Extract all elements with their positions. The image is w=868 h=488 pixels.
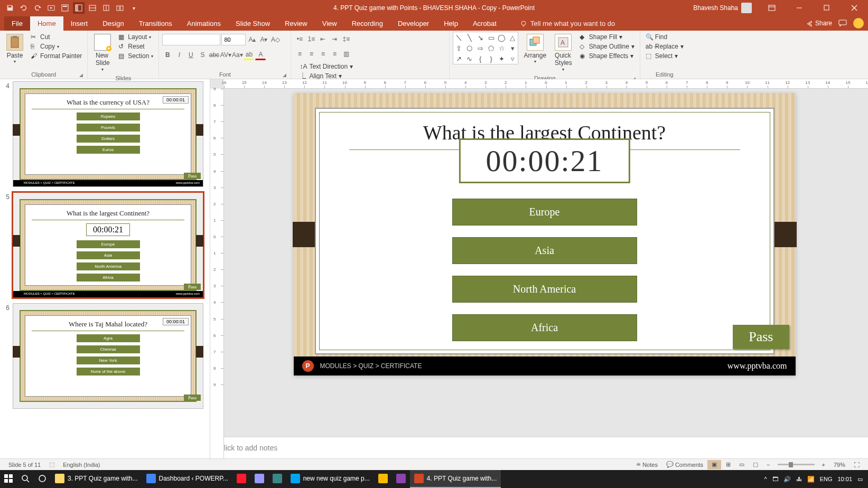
cut-button[interactable]: ✂Cut [29,33,84,41]
change-case-button[interactable]: Aa▾ [232,50,242,60]
align-right-button[interactable]: ≡ [318,49,328,59]
timer-display[interactable]: 00:00:21 [459,138,630,183]
layout-button[interactable]: ▦Layout ▾ [116,33,155,41]
pass-button[interactable]: Pass [733,325,789,349]
qat-icon-5[interactable] [59,2,71,14]
tab-help[interactable]: Help [436,16,465,31]
tab-recording[interactable]: Recording [344,16,390,31]
decrease-font-icon[interactable]: A▾ [258,34,269,45]
save-icon[interactable] [4,2,16,14]
increase-font-icon[interactable]: A▴ [247,34,257,45]
tray-volume-icon[interactable]: 🔊 [783,476,791,483]
copy-button[interactable]: ⎘Copy ▾ [29,42,84,51]
qat-icon-9[interactable] [114,2,126,14]
tray-clock[interactable]: 10:01 [837,476,852,482]
highlight-button[interactable]: ab [244,50,254,60]
fit-to-window-button[interactable]: ⛶ [850,462,864,468]
cortana-button[interactable] [34,470,51,488]
zoom-in-button[interactable]: + [818,462,829,468]
justify-button[interactable]: ≡ [329,49,340,59]
undo-icon[interactable] [18,2,30,14]
slide-thumbnail-panel[interactable]: 400:00:01What is the currency of USA?Rup… [0,79,210,458]
align-left-button[interactable]: ≡ [294,49,305,59]
taskbar-app[interactable]: 4. PPT Quiz game with... [410,470,501,488]
maximize-button[interactable] [815,0,838,16]
reset-button[interactable]: ↺Reset [116,42,155,51]
slideshow-view-button[interactable]: ▢ [749,460,762,470]
tab-transitions[interactable]: Transitions [132,16,180,31]
font-color-button[interactable]: A [255,50,266,60]
search-button[interactable] [17,470,34,488]
font-dialog-launcher[interactable]: ◢ [283,72,286,78]
minimize-button[interactable] [788,0,811,16]
user-account[interactable]: Bhavesh Shaha [693,3,756,13]
redo-icon[interactable] [32,2,43,14]
columns-button[interactable]: ▥ [341,49,351,59]
option-2[interactable]: Asia [452,237,637,264]
start-from-beginning-icon[interactable] [45,2,57,14]
increase-indent-button[interactable]: ⇥ [329,34,340,44]
tray-notifications-icon[interactable]: ▭ [857,476,863,483]
quick-styles-button[interactable]: A Quick Styles▾ [552,32,575,74]
decrease-indent-button[interactable]: ⇤ [318,34,328,44]
tab-animations[interactable]: Animations [180,16,228,31]
align-center-button[interactable]: ≡ [306,49,316,59]
qat-icon-8[interactable] [100,2,112,14]
underline-button[interactable]: U [185,50,196,60]
taskbar-app[interactable] [250,470,268,488]
numbering-button[interactable]: 1≡ [306,34,316,44]
comments-icon[interactable] [838,20,847,27]
shadow-button[interactable]: S [197,50,208,60]
arrange-button[interactable]: Arrange▾ [520,32,549,67]
reading-view-button[interactable]: ▭ [735,460,749,470]
bullets-button[interactable]: •≡ [294,34,305,44]
tab-developer[interactable]: Developer [390,16,436,31]
slide-canvas[interactable]: What is the largest Continent? 00:00:21 … [294,93,796,376]
char-spacing-button[interactable]: AV▾ [220,50,231,60]
new-slide-button[interactable]: ✦ New Slide▾ [91,32,114,74]
tab-view[interactable]: View [315,16,344,31]
taskbar-app[interactable] [232,470,250,488]
share-button[interactable]: Share [806,20,832,27]
slide-thumbnail[interactable]: 00:00:01Where is Taj Mahal located?AgraC… [13,303,203,409]
shape-effects-button[interactable]: ◉Shape Effects ▾ [577,52,637,60]
spellcheck-icon[interactable]: ⬚ [45,461,59,468]
tab-acrobat[interactable]: Acrobat [465,16,504,31]
tab-home[interactable]: Home [30,16,63,31]
option-4[interactable]: Africa [452,314,637,341]
option-3[interactable]: North America [452,276,637,303]
qat-icon-7[interactable] [87,2,98,14]
zoom-level[interactable]: 79% [829,462,850,468]
tray-chevron-icon[interactable]: ^ [764,476,767,482]
tab-file[interactable]: File [4,16,30,31]
taskbar-app[interactable]: 3. PPT Quiz game with... [51,470,142,488]
taskbar-app[interactable] [374,470,392,488]
replace-button[interactable]: ab→Replace ▾ [643,42,686,51]
ribbon-display-options-icon[interactable] [760,0,783,16]
font-size-combo[interactable] [221,34,246,45]
tab-design[interactable]: Design [95,16,131,31]
slide-counter[interactable]: Slide 5 of 11 [4,462,45,468]
paste-button[interactable]: Paste▾ [3,32,26,67]
clear-formatting-icon[interactable]: A◇ [270,34,281,45]
tab-slideshow[interactable]: Slide Show [228,16,277,31]
tray-language[interactable]: ENG [820,476,833,482]
tell-me-search[interactable]: Tell me what you want to do [515,16,620,31]
option-1[interactable]: Europe [452,199,637,226]
start-button[interactable] [0,470,17,488]
tab-insert[interactable]: Insert [63,16,96,31]
strike-button[interactable]: abc [209,50,219,60]
zoom-slider[interactable] [778,464,815,465]
slide-stage[interactable]: What is the largest Continent? 00:00:21 … [210,89,868,437]
format-painter-button[interactable]: 🖌Format Painter [29,52,84,60]
section-button[interactable]: ▤Section ▾ [116,52,155,60]
qat-icon-6-active[interactable] [73,2,85,14]
find-button[interactable]: 🔍Find [643,33,686,41]
taskbar-app[interactable]: Dashboard ‹ POWERP... [142,470,232,488]
text-direction-button[interactable]: ↕AText Direction ▾ [297,62,372,71]
tray-battery-icon[interactable]: 🗔 [772,476,778,482]
notes-pane[interactable]: Click to add notes [210,437,868,458]
tray-network-icon[interactable]: 🖧 [796,476,802,482]
language-indicator[interactable]: English (India) [59,462,104,468]
comments-toggle[interactable]: 💬 Comments [662,461,707,468]
